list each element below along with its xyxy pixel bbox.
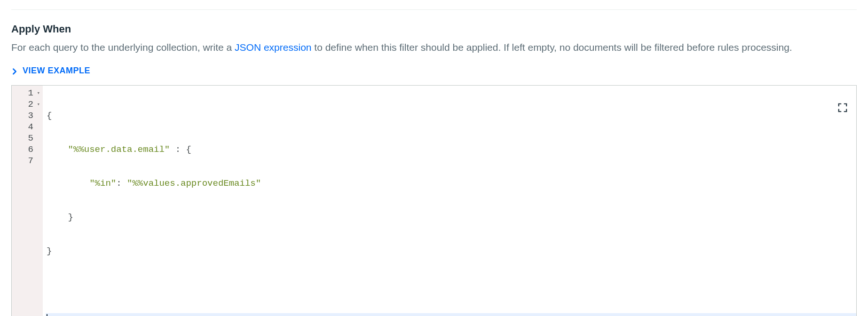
line-number: 6 xyxy=(28,144,33,155)
line-number: 4 xyxy=(28,121,33,133)
section-description: For each query to the underlying collect… xyxy=(11,40,857,55)
code-line: } xyxy=(46,212,856,223)
view-example-toggle[interactable]: VIEW EXAMPLE xyxy=(11,66,90,76)
code-editor[interactable]: 1▾ 2▾ 3 4 5 6 7 { "%%user.data.email" : … xyxy=(11,85,857,316)
editor-gutter: 1▾ 2▾ 3 4 5 6 7 xyxy=(12,86,43,316)
line-number: 3 xyxy=(28,110,33,121)
code-line: { xyxy=(46,110,856,121)
line-number: 7 xyxy=(28,155,33,166)
code-area[interactable]: { "%%user.data.email" : { "%in": "%%valu… xyxy=(43,86,856,316)
desc-text-before: For each query to the underlying collect… xyxy=(11,42,235,53)
code-line: "%in": "%%values.approvedEmails" xyxy=(46,178,856,189)
code-line: "%%user.data.email" : { xyxy=(46,144,856,155)
line-number: 5 xyxy=(28,133,33,144)
json-expression-link[interactable]: JSON expression xyxy=(235,42,311,53)
chevron-right-icon xyxy=(11,67,18,74)
code-line xyxy=(46,279,856,291)
section-title: Apply When xyxy=(11,23,857,35)
desc-text-after: to define when this filter should be app… xyxy=(312,42,792,53)
code-line: } xyxy=(46,245,856,257)
fold-icon[interactable]: ▾ xyxy=(35,87,40,99)
code-line-active xyxy=(46,313,856,316)
view-example-label: VIEW EXAMPLE xyxy=(23,66,90,76)
line-number: 2 xyxy=(28,99,33,110)
fold-icon[interactable]: ▾ xyxy=(35,99,40,110)
text-cursor xyxy=(47,314,47,316)
fullscreen-button[interactable] xyxy=(837,103,848,113)
apply-when-section: Apply When For each query to the underly… xyxy=(11,9,857,316)
line-number: 1 xyxy=(28,87,33,99)
